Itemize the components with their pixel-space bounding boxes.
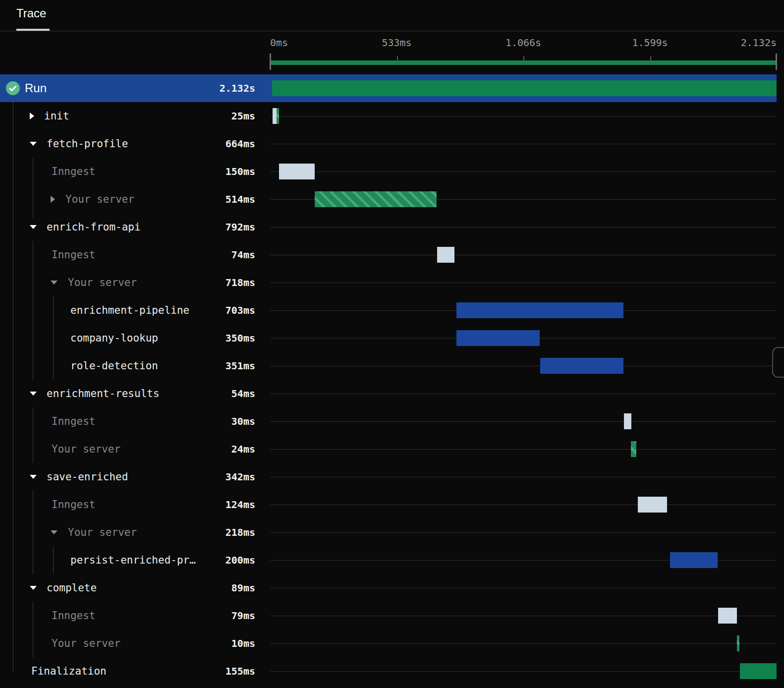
span-timeline-cell: [270, 630, 777, 657]
header: Trace: [0, 0, 784, 31]
chevron-down-icon[interactable]: [51, 281, 57, 285]
chevron-down-icon[interactable]: [30, 225, 37, 229]
chevron-right-icon[interactable]: [30, 113, 34, 119]
span-bar-queue[interactable]: [638, 497, 667, 513]
span-label: enrich-from-api: [47, 221, 141, 233]
span-row-left: persist-enriched-pr…200ms: [0, 546, 270, 574]
chevron-down-icon[interactable]: [30, 142, 37, 146]
span-label: persist-enriched-pr…: [70, 554, 196, 566]
span-duration: 351ms: [225, 360, 255, 372]
span-row-your-server[interactable]: Your server24ms: [0, 435, 777, 463]
span-label: init: [44, 110, 69, 122]
span-label: Your server: [68, 277, 137, 288]
span-row-enrichment-results[interactable]: enrichment-results54ms: [0, 380, 777, 407]
span-row-run[interactable]: Run2.132s: [0, 74, 777, 102]
span-row-persist-enriched-pr[interactable]: persist-enriched-pr…200ms: [0, 546, 777, 574]
span-duration: 30ms: [231, 415, 255, 427]
span-duration: 24ms: [231, 443, 255, 455]
span-label: Your server: [68, 526, 137, 538]
ruler-tick-label: 1.599s: [632, 37, 668, 49]
span-row-inngest[interactable]: Inngest79ms: [0, 602, 777, 630]
span-duration: 150ms: [225, 166, 255, 177]
span-bar-server[interactable]: [737, 635, 739, 651]
span-bar-step[interactable]: [540, 358, 623, 374]
span-timeline-cell: [270, 518, 777, 546]
span-duration: 25ms: [231, 110, 255, 122]
chevron-down-icon[interactable]: [30, 475, 37, 479]
span-duration: 89ms: [231, 582, 255, 594]
span-row-save-enriched[interactable]: save-enriched342ms: [0, 463, 777, 491]
span-row-inngest[interactable]: Inngest30ms: [0, 407, 777, 435]
span-timeline-cell: [270, 296, 777, 324]
span-bar-queue[interactable]: [273, 108, 277, 124]
check-circle-icon: [6, 81, 20, 95]
span-row-inngest[interactable]: Inngest124ms: [0, 491, 777, 518]
span-duration: 350ms: [225, 332, 255, 344]
span-bar-final[interactable]: [740, 663, 777, 679]
span-row-your-server[interactable]: Your server10ms: [0, 630, 777, 657]
span-row-finalization[interactable]: Finalization155ms: [0, 657, 777, 685]
span-duration: 10ms: [231, 637, 255, 649]
span-timeline-cell: [270, 657, 777, 685]
span-timeline-cell: [270, 74, 777, 102]
span-timeline-cell: [270, 491, 777, 518]
span-timeline-cell: [270, 324, 777, 352]
tab-trace[interactable]: Trace: [16, 6, 46, 31]
span-label: save-enriched: [47, 471, 128, 483]
span-label: enrichment-pipeline: [70, 304, 189, 316]
span-bar-step[interactable]: [456, 330, 540, 346]
chevron-down-icon[interactable]: [30, 586, 37, 590]
span-duration: 79ms: [231, 610, 255, 622]
span-bar-step[interactable]: [456, 302, 623, 318]
span-tree: Run2.132sinit25msfetch-profile664msInnge…: [0, 74, 777, 685]
span-row-role-detection[interactable]: role-detection351ms: [0, 352, 777, 380]
span-duration: 514ms: [225, 193, 255, 205]
span-row-left: enrich-from-api792ms: [0, 213, 270, 241]
span-duration: 74ms: [231, 249, 255, 261]
span-row-init[interactable]: init25ms: [0, 102, 777, 130]
span-label: fetch-profile: [47, 138, 128, 150]
chevron-right-icon[interactable]: [51, 196, 55, 203]
span-bar-queue[interactable]: [624, 413, 631, 429]
span-bar-queue[interactable]: [437, 247, 454, 263]
side-panel-handle[interactable]: [772, 347, 784, 378]
span-timeline-cell: [270, 213, 777, 241]
span-row-complete[interactable]: complete89ms: [0, 574, 777, 602]
span-row-left: enrichment-results54ms: [0, 380, 270, 407]
span-row-your-server[interactable]: Your server718ms: [0, 269, 777, 296]
chevron-down-icon[interactable]: [30, 392, 37, 396]
span-label: Your server: [52, 443, 120, 455]
ruler-end-tick: [776, 54, 777, 70]
span-row-left: init25ms: [0, 102, 270, 130]
span-row-left: Your server514ms: [0, 185, 270, 213]
span-row-inngest[interactable]: Inngest150ms: [0, 158, 777, 185]
span-duration: 54ms: [231, 388, 255, 400]
span-row-inngest[interactable]: Inngest74ms: [0, 241, 777, 269]
chevron-down-icon[interactable]: [51, 530, 57, 534]
span-bar-queue[interactable]: [279, 164, 315, 179]
span-row-left: Run2.132s: [0, 74, 270, 102]
span-bar-queue[interactable]: [718, 608, 737, 624]
ruler-end-tick: [270, 54, 271, 70]
span-row-left: complete89ms: [0, 574, 270, 602]
span-row-enrichment-pipeline[interactable]: enrichment-pipeline703ms: [0, 296, 777, 324]
span-row-left: fetch-profile664ms: [0, 130, 270, 158]
ruler-tick-label: 1.066s: [505, 37, 541, 49]
span-row-left: save-enriched342ms: [0, 463, 270, 491]
span-bar-server[interactable]: [631, 441, 637, 457]
span-bar-step[interactable]: [670, 552, 718, 568]
span-label: Finalization: [31, 665, 107, 677]
span-row-company-lookup[interactable]: company-lookup350ms: [0, 324, 777, 352]
span-row-your-server[interactable]: Your server218ms: [0, 518, 777, 546]
span-label: Your server: [52, 637, 120, 649]
span-duration: 155ms: [225, 665, 255, 677]
span-bar-server[interactable]: [277, 108, 279, 124]
span-label: Run: [25, 81, 47, 95]
span-row-your-server[interactable]: Your server514ms: [0, 185, 777, 213]
span-bar-server[interactable]: [315, 191, 437, 207]
span-timeline-cell: [270, 574, 777, 602]
span-row-enrich-from-api[interactable]: enrich-from-api792ms: [0, 213, 777, 241]
span-row-fetch-profile[interactable]: fetch-profile664ms: [0, 130, 777, 158]
span-row-left: Your server10ms: [0, 630, 270, 657]
span-bar-run[interactable]: [272, 80, 777, 96]
